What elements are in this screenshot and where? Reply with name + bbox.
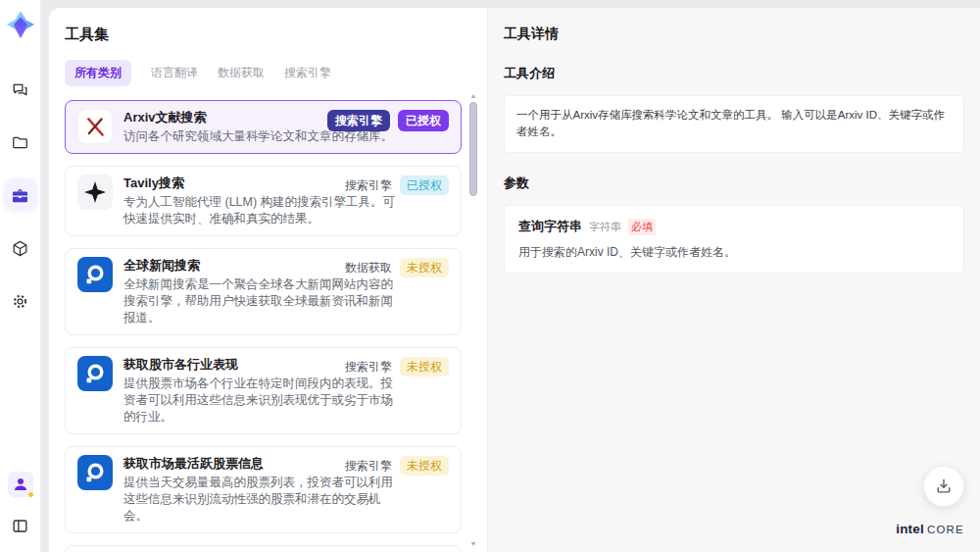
tab-所有类别[interactable]: 所有类别 (65, 60, 131, 86)
sidebar-item-profile[interactable] (6, 470, 35, 499)
tool-category-badge: 搜索引擎 (345, 361, 392, 373)
tool-card[interactable]: 获取市场最活跃股票信息 提供当天交易量最高的股票列表，投资者可以利用这些信息来识… (65, 446, 462, 533)
scroll-up-icon[interactable]: ▲ (470, 92, 477, 100)
avatar (8, 472, 33, 497)
sidebar-item-packages[interactable] (6, 233, 35, 263)
tool-description: 全球新闻搜索是一个聚合全球各大新闻网站内容的搜索引擎，帮助用户快速获取全球最新资… (123, 276, 404, 326)
left-sidebar (0, 0, 41, 552)
sidebar-bottom (6, 470, 35, 540)
chat-icon (11, 80, 29, 99)
sidebar-item-collapse[interactable] (6, 511, 35, 540)
tool-card[interactable]: 万维地区新闻查询 查询具体行政区划内的新闻，快速了解各地新闻动 搜索引擎 未授权 (65, 545, 462, 552)
status-dot (27, 491, 34, 498)
news-globe-icon (77, 257, 113, 292)
tool-auth-badge: 已授权 (398, 110, 449, 131)
tool-card[interactable]: 获取股市各行业表现 提供股票市场各个行业在特定时间段内的表现。投资者可以利用这些… (65, 347, 462, 434)
tab-数据获取[interactable]: 数据获取 (218, 60, 265, 86)
parameter-description: 用于搜索的Arxiv ID、关键字或作者姓名。 (518, 244, 950, 261)
tool-auth-badge: 未授权 (400, 357, 449, 376)
tool-category-badge: 数据获取 (345, 262, 392, 274)
scrollbar-thumb[interactable] (469, 102, 477, 196)
sidebar-item-chat[interactable] (6, 75, 35, 104)
tool-category-badge: 搜索引擎 (345, 179, 392, 191)
sidebar-item-settings[interactable] (6, 286, 35, 316)
news-globe-icon (77, 455, 113, 490)
list-scrollbar[interactable]: ▲ ▼ (467, 92, 479, 548)
tool-card[interactable]: 全球新闻搜索 全球新闻搜索是一个聚合全球各大新闻网站内容的搜索引擎，帮助用户快速… (65, 248, 462, 335)
main-surface: 工具集 所有类别语言翻译数据获取搜索引擎 Arxiv文献搜索 访问各个研究领域大… (49, 8, 980, 552)
tab-搜索引擎[interactable]: 搜索引擎 (284, 60, 331, 86)
tools-panel: 工具集 所有类别语言翻译数据获取搜索引擎 Arxiv文献搜索 访问各个研究领域大… (49, 8, 487, 552)
tool-list: Arxiv文献搜索 访问各个研究领域大量科学论文和文章的存储库。 搜索引擎 已授… (65, 100, 462, 552)
params-heading: 参数 (504, 175, 964, 192)
folder-icon (11, 133, 29, 152)
scrollbar-track[interactable] (468, 100, 478, 540)
tool-badges: 搜索引擎 已授权 (327, 110, 449, 131)
download-button[interactable] (923, 466, 964, 507)
parameter-type: 字符串 (589, 220, 621, 234)
category-tabs: 所有类别语言翻译数据获取搜索引擎 (65, 60, 462, 86)
news-globe-icon (77, 356, 113, 391)
tool-auth-badge: 已授权 (400, 176, 449, 195)
tool-auth-badge: 未授权 (400, 258, 449, 277)
sidebar-nav (6, 75, 35, 316)
tool-description: 提供当天交易量最高的股票列表，投资者可以利用这些信息来识别流动性强的股票和潜在的… (123, 475, 404, 525)
core-brand-text: CORE (927, 524, 964, 535)
sparkle-icon (77, 175, 113, 210)
tool-intro-text: 一个用于从Arxiv存储库搜索科学论文和文章的工具。 输入可以是Arxiv ID… (504, 95, 964, 153)
parameter-card: 查询字符串 字符串 必填 用于搜索的Arxiv ID、关键字或作者姓名。 (504, 205, 964, 274)
tool-card[interactable]: Arxiv文献搜索 访问各个研究领域大量科学论文和文章的存储库。 搜索引擎 已授… (65, 100, 462, 154)
tool-card[interactable]: Tavily搜索 专为人工智能代理 (LLM) 构建的搜索引擎工具。可快速提供实… (65, 166, 462, 236)
tool-badges: 搜索引擎 未授权 (345, 456, 449, 476)
details-title: 工具详情 (504, 25, 964, 43)
intel-core-logo: intel CORE (896, 522, 964, 536)
tool-auth-badge: 未授权 (400, 456, 449, 476)
tool-badges: 搜索引擎 已授权 (345, 176, 449, 195)
tool-description: 专为人工智能代理 (LLM) 构建的搜索引擎工具。可快速提供实时、准确和真实的结… (123, 194, 404, 227)
intro-heading: 工具介绍 (504, 65, 964, 82)
sidebar-item-folder[interactable] (6, 127, 35, 157)
intel-brand-text: intel (896, 522, 924, 536)
tool-category-badge: 搜索引擎 (345, 460, 392, 472)
panel-icon (11, 517, 29, 535)
sidebar-item-tools[interactable] (6, 180, 35, 210)
tab-语言翻译[interactable]: 语言翻译 (151, 60, 198, 86)
gear-icon (11, 292, 29, 311)
download-icon (934, 477, 954, 496)
briefcase-icon (11, 186, 29, 205)
app-screen: 工具集 所有类别语言翻译数据获取搜索引擎 Arxiv文献搜索 访问各个研究领域大… (0, 0, 980, 552)
parameter-name: 查询字符串 (518, 218, 582, 235)
tool-badges: 搜索引擎 未授权 (345, 357, 449, 376)
tool-category-badge: 搜索引擎 (327, 110, 390, 131)
parameter-list: 查询字符串 字符串 必填 用于搜索的Arxiv ID、关键字或作者姓名。 (504, 205, 964, 274)
page-title: 工具集 (65, 25, 462, 44)
cube-icon (11, 239, 29, 258)
arxiv-icon (77, 109, 113, 144)
parameter-required-badge: 必填 (628, 219, 656, 235)
app-logo-icon (6, 10, 35, 39)
tool-badges: 数据获取 未授权 (345, 258, 449, 277)
scroll-down-icon[interactable]: ▼ (470, 540, 477, 548)
tool-description: 提供股票市场各个行业在特定时间段内的表现。投资者可以利用这些信息来识别表现优于或… (123, 376, 404, 426)
tool-details-panel: 工具详情 工具介绍 一个用于从Arxiv存储库搜索科学论文和文章的工具。 输入可… (487, 8, 980, 552)
